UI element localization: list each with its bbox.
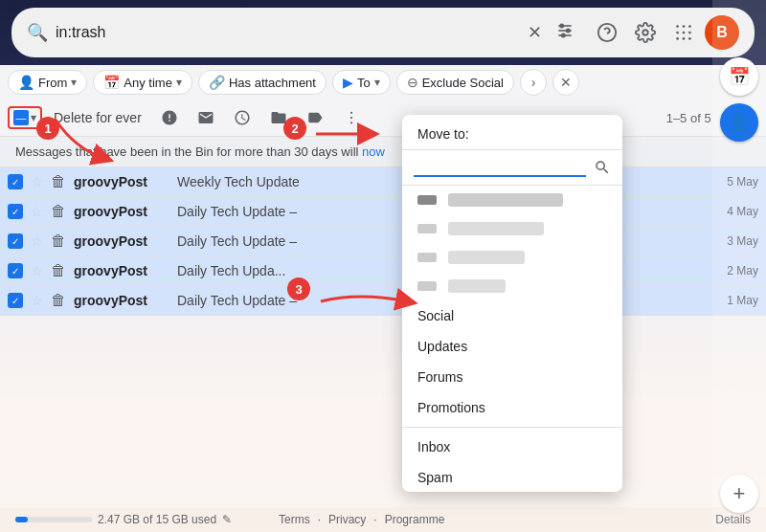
move-to-blurred-3[interactable] [402, 243, 622, 272]
filter-chip-from-label: From [38, 76, 67, 90]
filter-chip-anytime[interactable]: 📅 Any time ▾ [93, 70, 192, 95]
email-checkbox-3[interactable]: ✓ [8, 233, 23, 249]
filter-chip-anytime-label: Any time [124, 76, 172, 90]
select-all-checkbox: — [13, 110, 29, 125]
move-to-dropdown: Move to: Social Updates [402, 115, 622, 492]
programme-link[interactable]: Programme [385, 513, 445, 526]
svg-point-15 [676, 37, 679, 40]
svg-point-4 [567, 29, 570, 32]
close-filters-button[interactable]: ✕ [552, 69, 579, 96]
svg-point-5 [562, 33, 565, 36]
move-to-inbox[interactable]: Inbox [402, 432, 622, 462]
filter-chip-attachment-label: Has attachment [229, 76, 316, 90]
star-icon-5[interactable]: ☆ [31, 293, 43, 308]
svg-point-18 [350, 112, 352, 114]
terms-link[interactable]: Terms [279, 513, 310, 526]
email-row[interactable]: ✓ ☆ 🗑 groovyPost Weekly Tech Update 5 Ma… [0, 167, 766, 197]
move-to-search-area [402, 150, 622, 186]
filter-chip-attachment[interactable]: 🔗 Has attachment [198, 70, 327, 95]
svg-point-11 [688, 25, 691, 28]
star-icon-4[interactable]: ☆ [31, 263, 43, 278]
email-checkbox-2[interactable]: ✓ [8, 204, 23, 219]
filter-chip-exclude-label: Exclude Social [422, 76, 504, 90]
more-actions-button[interactable] [335, 103, 368, 132]
svg-point-13 [683, 32, 686, 34]
svg-point-17 [688, 37, 691, 40]
trash-icon-5: 🗑 [51, 292, 66, 309]
social-label: Social [417, 308, 454, 323]
svg-point-3 [560, 24, 563, 27]
separator-2: · [373, 513, 376, 526]
storage-area: 2.47 GB of 15 GB used ✎ [15, 513, 271, 526]
move-to-blurred-1[interactable] [402, 186, 622, 214]
email-row[interactable]: ✓ ☆ 🗑 groovyPost Daily Tech Update – 1 M… [0, 286, 766, 316]
inbox-label: Inbox [417, 439, 450, 454]
email-row[interactable]: ✓ ☆ 🗑 groovyPost Daily Tech Upda... 2 Ma… [0, 256, 766, 286]
separator-1: · [318, 513, 321, 526]
gmail-container: 🔍 in:trash ✕ [0, 0, 766, 532]
settings-button[interactable] [628, 15, 663, 50]
more-filters-button[interactable]: › [520, 69, 547, 96]
move-to-promotions[interactable]: Promotions [402, 392, 622, 423]
from-arrow-icon: ▾ [71, 76, 77, 89]
filter-chip-excludesocial[interactable]: ⊖ Exclude Social [396, 70, 514, 95]
updates-label: Updates [417, 339, 467, 354]
select-all-area[interactable]: — ▾ [8, 106, 42, 129]
apps-button[interactable] [666, 15, 701, 50]
calendar-sidebar-button[interactable]: 📅 [720, 57, 758, 96]
info-banner-link[interactable]: now [362, 144, 385, 159]
help-button[interactable] [590, 15, 624, 50]
move-to-forums[interactable]: Forums [402, 362, 622, 392]
search-bar: 🔍 in:trash ✕ [11, 8, 755, 57]
spam-label: Spam [417, 470, 453, 485]
footer: 2.47 GB of 15 GB used ✎ Terms · Privacy … [0, 507, 766, 532]
search-filter-button[interactable] [555, 21, 574, 45]
info-banner: Messages that have been in the Bin for m… [0, 137, 766, 167]
blurred-icon-1 [417, 195, 437, 205]
email-list: ✓ ☆ 🗑 groovyPost Weekly Tech Update 5 Ma… [0, 167, 766, 507]
svg-point-8 [642, 30, 648, 35]
move-to-blurred-4[interactable] [402, 272, 622, 300]
move-to-spam[interactable]: Spam [402, 462, 622, 492]
move-to-blurred-2[interactable] [402, 214, 622, 243]
move-to-social[interactable]: Social [402, 300, 622, 331]
report-spam-button[interactable] [153, 103, 186, 132]
move-to-button[interactable] [262, 103, 295, 132]
email-checkbox-4[interactable]: ✓ [8, 263, 23, 278]
move-to-list: Social Updates Forums Promotions Inbox S… [402, 186, 622, 492]
snooze-button[interactable] [226, 103, 259, 132]
email-checkbox-1[interactable]: ✓ [8, 174, 23, 189]
calendar-icon: 📅 [103, 75, 120, 90]
star-icon-1[interactable]: ☆ [31, 174, 43, 189]
move-to-search-input[interactable] [414, 158, 586, 177]
blurred-label-3 [448, 251, 525, 264]
privacy-link[interactable]: Privacy [328, 513, 366, 526]
svg-point-10 [683, 25, 686, 28]
email-row[interactable]: ✓ ☆ 🗑 groovyPost Daily Tech Update – 3 M… [0, 227, 766, 256]
mark-as-read-button[interactable] [190, 103, 222, 132]
label-button[interactable] [299, 103, 331, 132]
email-count: 1–5 of 5 [666, 111, 711, 125]
filter-chip-from[interactable]: 👤 From ▾ [8, 70, 87, 95]
move-to-updates[interactable]: Updates [402, 331, 622, 362]
promotions-label: Promotions [417, 400, 485, 415]
edit-storage-icon: ✎ [222, 513, 232, 526]
contacts-sidebar-button[interactable]: 👤 [720, 103, 758, 142]
svg-point-14 [688, 32, 691, 34]
email-row[interactable]: ✓ ☆ 🗑 groovyPost Daily Tech Update – 4 M… [0, 197, 766, 227]
from-icon: 👤 [18, 75, 34, 90]
add-app-button[interactable]: + [720, 475, 758, 513]
blurred-icon-2 [417, 224, 437, 233]
svg-point-19 [350, 117, 352, 119]
anytime-arrow-icon: ▾ [176, 76, 182, 89]
email-sender-4: groovyPost [74, 263, 169, 278]
star-icon-3[interactable]: ☆ [31, 233, 43, 249]
filter-chip-to[interactable]: ▶ To ▾ [332, 70, 391, 95]
info-banner-text: Messages that have been in the Bin for m… [15, 144, 358, 159]
delete-forever-button[interactable]: Delete for ever [46, 104, 149, 131]
search-query: in:trash [56, 24, 282, 41]
trash-icon-2: 🗑 [51, 203, 66, 220]
star-icon-2[interactable]: ☆ [31, 204, 43, 219]
email-checkbox-5[interactable]: ✓ [8, 293, 23, 308]
search-clear-button[interactable]: ✕ [522, 20, 548, 45]
